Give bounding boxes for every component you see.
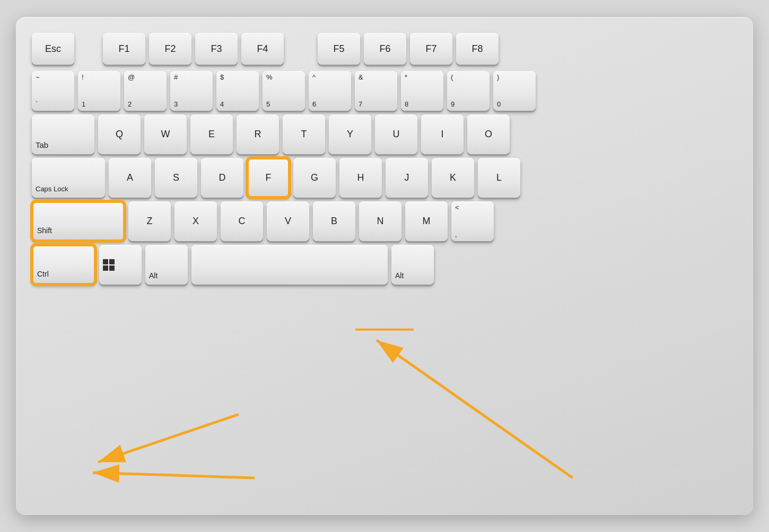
- svg-line-4: [93, 473, 255, 478]
- svg-line-3: [377, 340, 573, 478]
- key-4[interactable]: $ 4: [216, 71, 259, 111]
- key-esc-label: Esc: [36, 36, 71, 62]
- bottom-row: Ctrl Alt Alt: [32, 245, 737, 285]
- key-l[interactable]: L: [478, 158, 520, 198]
- key-2[interactable]: @ 2: [124, 71, 167, 111]
- key-f4[interactable]: F4: [241, 33, 284, 65]
- key-q[interactable]: Q: [98, 114, 141, 154]
- asdf-row: Caps Lock A S D F G H J K L: [32, 158, 737, 198]
- key-f[interactable]: F: [247, 158, 290, 198]
- key-y[interactable]: Y: [329, 114, 371, 154]
- key-7[interactable]: & 7: [355, 71, 397, 111]
- key-3[interactable]: # 3: [170, 71, 213, 111]
- key-ctrl[interactable]: Ctrl: [32, 245, 95, 285]
- key-f5[interactable]: F5: [318, 33, 360, 65]
- number-row: ~ ` ! 1 @ 2 # 3 $ 4: [32, 71, 737, 111]
- key-v[interactable]: V: [267, 201, 309, 241]
- svg-line-1: [98, 414, 239, 462]
- key-m[interactable]: M: [405, 201, 448, 241]
- key-k[interactable]: K: [432, 158, 474, 198]
- key-win[interactable]: [99, 245, 142, 285]
- key-6[interactable]: ^ 6: [309, 71, 351, 111]
- key-f2[interactable]: F2: [149, 33, 191, 65]
- qwerty-row: Tab Q W E R T Y U I O: [32, 114, 737, 154]
- key-1[interactable]: ! 1: [78, 71, 120, 111]
- key-u[interactable]: U: [375, 114, 417, 154]
- key-n[interactable]: N: [359, 201, 401, 241]
- key-f3[interactable]: F3: [195, 33, 238, 65]
- key-f8[interactable]: F8: [456, 33, 499, 65]
- windows-icon: [103, 259, 115, 271]
- key-9[interactable]: ( 9: [447, 71, 490, 111]
- key-s[interactable]: S: [155, 158, 197, 198]
- key-z[interactable]: Z: [128, 201, 171, 241]
- key-a[interactable]: A: [109, 158, 151, 198]
- keyboard: Esc F1 F2 F3 F4 F5 F6 F7 F8: [16, 17, 753, 515]
- key-g[interactable]: G: [293, 158, 336, 198]
- zxcv-row: Shift Z X C V B N M < ,: [32, 201, 737, 241]
- key-shift[interactable]: Shift: [32, 201, 125, 241]
- key-h[interactable]: H: [339, 158, 382, 198]
- key-j[interactable]: J: [386, 158, 428, 198]
- key-space[interactable]: [191, 245, 388, 285]
- key-b[interactable]: B: [313, 201, 355, 241]
- key-tilde[interactable]: ~ `: [32, 71, 74, 111]
- key-c[interactable]: C: [221, 201, 263, 241]
- key-e[interactable]: E: [190, 114, 233, 154]
- key-esc[interactable]: Esc: [32, 33, 74, 65]
- key-tab[interactable]: Tab: [32, 114, 94, 154]
- key-caps-lock[interactable]: Caps Lock: [32, 158, 105, 198]
- key-i[interactable]: I: [421, 114, 464, 154]
- key-0[interactable]: ) 0: [493, 71, 536, 111]
- key-alt-left[interactable]: Alt: [145, 245, 188, 285]
- key-w[interactable]: W: [144, 114, 187, 154]
- key-x[interactable]: X: [174, 201, 217, 241]
- key-t[interactable]: T: [283, 114, 325, 154]
- key-5[interactable]: % 5: [263, 71, 305, 111]
- key-f6[interactable]: F6: [364, 33, 406, 65]
- fn-row: Esc F1 F2 F3 F4 F5 F6 F7 F8: [32, 33, 737, 65]
- key-f1[interactable]: F1: [103, 33, 145, 65]
- key-alt-right[interactable]: Alt: [391, 245, 434, 285]
- key-comma[interactable]: < ,: [451, 201, 494, 241]
- key-d[interactable]: D: [201, 158, 243, 198]
- key-8[interactable]: * 8: [401, 71, 443, 111]
- key-r[interactable]: R: [237, 114, 279, 154]
- key-o[interactable]: O: [467, 114, 510, 154]
- key-f7[interactable]: F7: [410, 33, 452, 65]
